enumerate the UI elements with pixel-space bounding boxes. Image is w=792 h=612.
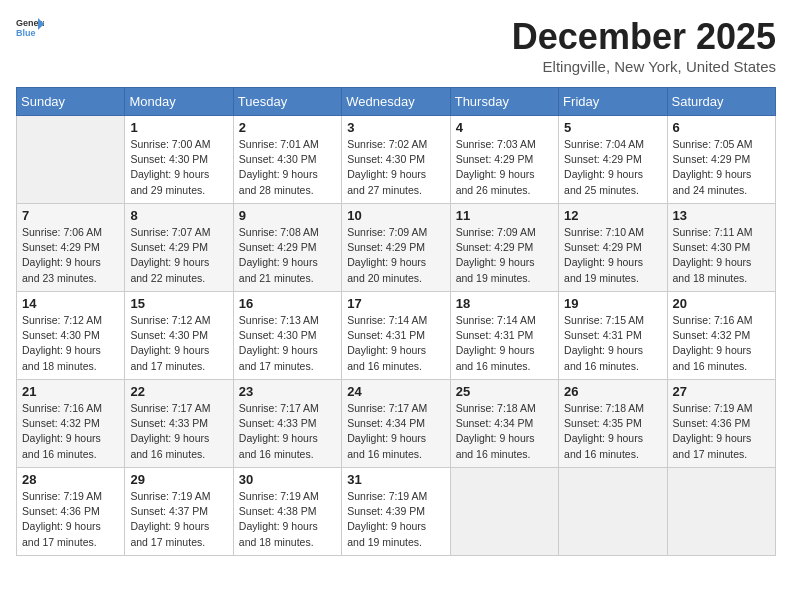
day-info: Sunrise: 7:05 AMSunset: 4:29 PMDaylight:… xyxy=(673,137,770,198)
day-number: 27 xyxy=(673,384,770,399)
day-info: Sunrise: 7:17 AMSunset: 4:33 PMDaylight:… xyxy=(130,401,227,462)
day-info: Sunrise: 7:19 AMSunset: 4:36 PMDaylight:… xyxy=(673,401,770,462)
calendar-cell: 30Sunrise: 7:19 AMSunset: 4:38 PMDayligh… xyxy=(233,468,341,556)
day-number: 7 xyxy=(22,208,119,223)
calendar-cell: 28Sunrise: 7:19 AMSunset: 4:36 PMDayligh… xyxy=(17,468,125,556)
calendar-cell: 29Sunrise: 7:19 AMSunset: 4:37 PMDayligh… xyxy=(125,468,233,556)
logo: General Blue xyxy=(16,16,44,38)
week-row: 28Sunrise: 7:19 AMSunset: 4:36 PMDayligh… xyxy=(17,468,776,556)
day-header-wednesday: Wednesday xyxy=(342,88,450,116)
day-info: Sunrise: 7:09 AMSunset: 4:29 PMDaylight:… xyxy=(456,225,553,286)
week-row: 14Sunrise: 7:12 AMSunset: 4:30 PMDayligh… xyxy=(17,292,776,380)
calendar-cell: 31Sunrise: 7:19 AMSunset: 4:39 PMDayligh… xyxy=(342,468,450,556)
calendar-cell: 4Sunrise: 7:03 AMSunset: 4:29 PMDaylight… xyxy=(450,116,558,204)
header: General Blue December 2025 Eltingville, … xyxy=(16,16,776,75)
day-info: Sunrise: 7:12 AMSunset: 4:30 PMDaylight:… xyxy=(22,313,119,374)
day-number: 24 xyxy=(347,384,444,399)
calendar-cell: 14Sunrise: 7:12 AMSunset: 4:30 PMDayligh… xyxy=(17,292,125,380)
title-area: December 2025 Eltingville, New York, Uni… xyxy=(512,16,776,75)
day-info: Sunrise: 7:18 AMSunset: 4:35 PMDaylight:… xyxy=(564,401,661,462)
day-number: 12 xyxy=(564,208,661,223)
day-number: 30 xyxy=(239,472,336,487)
calendar-table: SundayMondayTuesdayWednesdayThursdayFrid… xyxy=(16,87,776,556)
day-info: Sunrise: 7:08 AMSunset: 4:29 PMDaylight:… xyxy=(239,225,336,286)
day-info: Sunrise: 7:00 AMSunset: 4:30 PMDaylight:… xyxy=(130,137,227,198)
calendar-cell xyxy=(17,116,125,204)
calendar-cell: 13Sunrise: 7:11 AMSunset: 4:30 PMDayligh… xyxy=(667,204,775,292)
day-info: Sunrise: 7:16 AMSunset: 4:32 PMDaylight:… xyxy=(22,401,119,462)
logo-icon: General Blue xyxy=(16,16,44,38)
day-number: 23 xyxy=(239,384,336,399)
day-number: 1 xyxy=(130,120,227,135)
day-number: 3 xyxy=(347,120,444,135)
week-row: 1Sunrise: 7:00 AMSunset: 4:30 PMDaylight… xyxy=(17,116,776,204)
day-info: Sunrise: 7:19 AMSunset: 4:37 PMDaylight:… xyxy=(130,489,227,550)
day-info: Sunrise: 7:14 AMSunset: 4:31 PMDaylight:… xyxy=(347,313,444,374)
day-info: Sunrise: 7:17 AMSunset: 4:33 PMDaylight:… xyxy=(239,401,336,462)
calendar-cell: 21Sunrise: 7:16 AMSunset: 4:32 PMDayligh… xyxy=(17,380,125,468)
calendar-cell: 2Sunrise: 7:01 AMSunset: 4:30 PMDaylight… xyxy=(233,116,341,204)
calendar-cell: 27Sunrise: 7:19 AMSunset: 4:36 PMDayligh… xyxy=(667,380,775,468)
calendar-cell: 10Sunrise: 7:09 AMSunset: 4:29 PMDayligh… xyxy=(342,204,450,292)
days-header-row: SundayMondayTuesdayWednesdayThursdayFrid… xyxy=(17,88,776,116)
day-info: Sunrise: 7:09 AMSunset: 4:29 PMDaylight:… xyxy=(347,225,444,286)
day-info: Sunrise: 7:13 AMSunset: 4:30 PMDaylight:… xyxy=(239,313,336,374)
day-number: 17 xyxy=(347,296,444,311)
day-number: 5 xyxy=(564,120,661,135)
calendar-cell: 23Sunrise: 7:17 AMSunset: 4:33 PMDayligh… xyxy=(233,380,341,468)
day-info: Sunrise: 7:03 AMSunset: 4:29 PMDaylight:… xyxy=(456,137,553,198)
day-info: Sunrise: 7:19 AMSunset: 4:39 PMDaylight:… xyxy=(347,489,444,550)
calendar-cell: 7Sunrise: 7:06 AMSunset: 4:29 PMDaylight… xyxy=(17,204,125,292)
calendar-cell: 24Sunrise: 7:17 AMSunset: 4:34 PMDayligh… xyxy=(342,380,450,468)
calendar-cell: 12Sunrise: 7:10 AMSunset: 4:29 PMDayligh… xyxy=(559,204,667,292)
location-title: Eltingville, New York, United States xyxy=(512,58,776,75)
day-info: Sunrise: 7:19 AMSunset: 4:36 PMDaylight:… xyxy=(22,489,119,550)
day-number: 19 xyxy=(564,296,661,311)
day-number: 25 xyxy=(456,384,553,399)
day-header-friday: Friday xyxy=(559,88,667,116)
day-number: 28 xyxy=(22,472,119,487)
day-header-sunday: Sunday xyxy=(17,88,125,116)
calendar-cell xyxy=(667,468,775,556)
calendar-cell xyxy=(450,468,558,556)
day-info: Sunrise: 7:06 AMSunset: 4:29 PMDaylight:… xyxy=(22,225,119,286)
calendar-cell: 9Sunrise: 7:08 AMSunset: 4:29 PMDaylight… xyxy=(233,204,341,292)
day-number: 15 xyxy=(130,296,227,311)
day-info: Sunrise: 7:19 AMSunset: 4:38 PMDaylight:… xyxy=(239,489,336,550)
week-row: 21Sunrise: 7:16 AMSunset: 4:32 PMDayligh… xyxy=(17,380,776,468)
calendar-cell: 19Sunrise: 7:15 AMSunset: 4:31 PMDayligh… xyxy=(559,292,667,380)
day-header-monday: Monday xyxy=(125,88,233,116)
calendar-cell: 8Sunrise: 7:07 AMSunset: 4:29 PMDaylight… xyxy=(125,204,233,292)
day-number: 14 xyxy=(22,296,119,311)
day-info: Sunrise: 7:01 AMSunset: 4:30 PMDaylight:… xyxy=(239,137,336,198)
svg-text:Blue: Blue xyxy=(16,28,36,38)
day-info: Sunrise: 7:18 AMSunset: 4:34 PMDaylight:… xyxy=(456,401,553,462)
calendar-cell: 5Sunrise: 7:04 AMSunset: 4:29 PMDaylight… xyxy=(559,116,667,204)
day-number: 22 xyxy=(130,384,227,399)
calendar-cell: 3Sunrise: 7:02 AMSunset: 4:30 PMDaylight… xyxy=(342,116,450,204)
calendar-cell: 26Sunrise: 7:18 AMSunset: 4:35 PMDayligh… xyxy=(559,380,667,468)
calendar-cell: 22Sunrise: 7:17 AMSunset: 4:33 PMDayligh… xyxy=(125,380,233,468)
day-info: Sunrise: 7:17 AMSunset: 4:34 PMDaylight:… xyxy=(347,401,444,462)
day-info: Sunrise: 7:15 AMSunset: 4:31 PMDaylight:… xyxy=(564,313,661,374)
week-row: 7Sunrise: 7:06 AMSunset: 4:29 PMDaylight… xyxy=(17,204,776,292)
day-number: 9 xyxy=(239,208,336,223)
day-number: 31 xyxy=(347,472,444,487)
day-number: 26 xyxy=(564,384,661,399)
calendar-cell: 25Sunrise: 7:18 AMSunset: 4:34 PMDayligh… xyxy=(450,380,558,468)
day-info: Sunrise: 7:16 AMSunset: 4:32 PMDaylight:… xyxy=(673,313,770,374)
day-number: 20 xyxy=(673,296,770,311)
day-number: 29 xyxy=(130,472,227,487)
day-number: 2 xyxy=(239,120,336,135)
day-info: Sunrise: 7:14 AMSunset: 4:31 PMDaylight:… xyxy=(456,313,553,374)
day-info: Sunrise: 7:07 AMSunset: 4:29 PMDaylight:… xyxy=(130,225,227,286)
calendar-cell: 1Sunrise: 7:00 AMSunset: 4:30 PMDaylight… xyxy=(125,116,233,204)
day-info: Sunrise: 7:12 AMSunset: 4:30 PMDaylight:… xyxy=(130,313,227,374)
day-number: 6 xyxy=(673,120,770,135)
day-number: 21 xyxy=(22,384,119,399)
calendar-cell: 18Sunrise: 7:14 AMSunset: 4:31 PMDayligh… xyxy=(450,292,558,380)
day-number: 11 xyxy=(456,208,553,223)
day-header-tuesday: Tuesday xyxy=(233,88,341,116)
month-title: December 2025 xyxy=(512,16,776,58)
calendar-cell: 17Sunrise: 7:14 AMSunset: 4:31 PMDayligh… xyxy=(342,292,450,380)
